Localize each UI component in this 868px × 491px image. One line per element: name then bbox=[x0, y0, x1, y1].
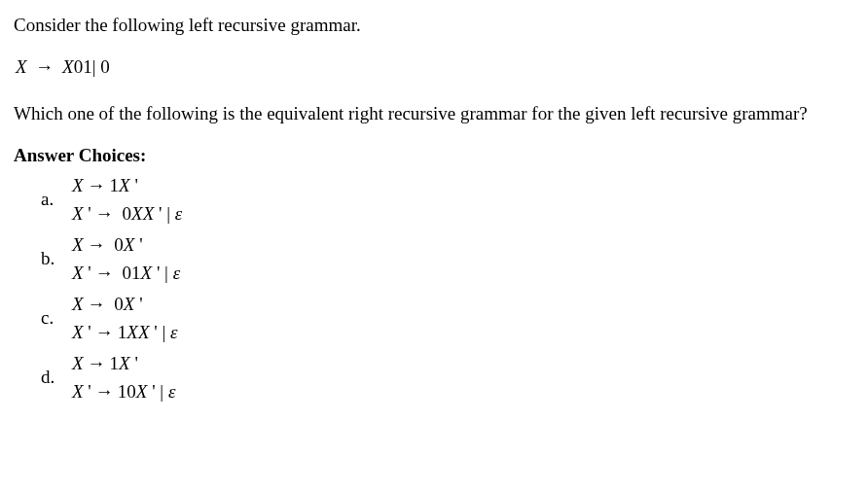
choice-line-1: X→1X ' bbox=[72, 349, 175, 377]
choice-body: X→1X ' X '→ 0XX ' | ε bbox=[72, 171, 182, 228]
choice-body: X→ 0X ' X '→1XX ' | ε bbox=[72, 290, 178, 347]
arrow-icon: → bbox=[91, 381, 118, 402]
choice-d: d. X→1X ' X '→10X ' | ε bbox=[41, 349, 854, 406]
arrow-icon: → bbox=[91, 322, 118, 342]
grammar-lhs: X bbox=[16, 56, 27, 77]
choice-b: b. X→ 0X ' X '→ 01X ' | ε bbox=[41, 230, 854, 288]
answer-choices-list: a. X→1X ' X '→ 0XX ' | ε b. X→ 0X ' X '→… bbox=[41, 171, 854, 406]
choice-body: X→1X ' X '→10X ' | ε bbox=[72, 349, 175, 406]
answer-choices-heading: Answer Choices: bbox=[14, 142, 854, 170]
choice-c: c. X→ 0X ' X '→1XX ' | ε bbox=[41, 290, 854, 347]
choice-label: a. bbox=[41, 186, 72, 214]
choice-label: b. bbox=[41, 245, 72, 273]
choice-line-1: X→1X ' bbox=[72, 171, 182, 199]
choice-line-2: X '→ 01X ' | ε bbox=[72, 259, 180, 287]
choice-line-2: X '→1XX ' | ε bbox=[72, 318, 178, 346]
grammar-rhs: X01| 0 bbox=[62, 56, 110, 77]
choice-body: X→ 0X ' X '→ 01X ' | ε bbox=[72, 230, 180, 288]
arrow-icon: → bbox=[31, 56, 57, 77]
given-grammar: X → X01| 0 bbox=[16, 53, 854, 82]
choice-label: c. bbox=[41, 304, 72, 333]
choice-line-2: X '→ 0XX ' | ε bbox=[72, 199, 182, 228]
choice-line-1: X→ 0X ' bbox=[72, 290, 178, 318]
question-text: Which one of the following is the equiva… bbox=[14, 100, 854, 128]
choice-line-2: X '→10X ' | ε bbox=[72, 377, 175, 405]
choice-label: d. bbox=[41, 364, 72, 392]
arrow-icon: → bbox=[84, 353, 110, 373]
arrow-icon: → bbox=[84, 294, 110, 314]
arrow-icon: → bbox=[84, 175, 110, 195]
arrow-icon: → bbox=[91, 263, 118, 283]
arrow-icon: → bbox=[84, 234, 110, 255]
arrow-icon: → bbox=[91, 203, 118, 224]
choice-a: a. X→1X ' X '→ 0XX ' | ε bbox=[41, 171, 854, 228]
choice-line-1: X→ 0X ' bbox=[72, 230, 180, 259]
intro-text: Consider the following left recursive gr… bbox=[14, 12, 854, 40]
